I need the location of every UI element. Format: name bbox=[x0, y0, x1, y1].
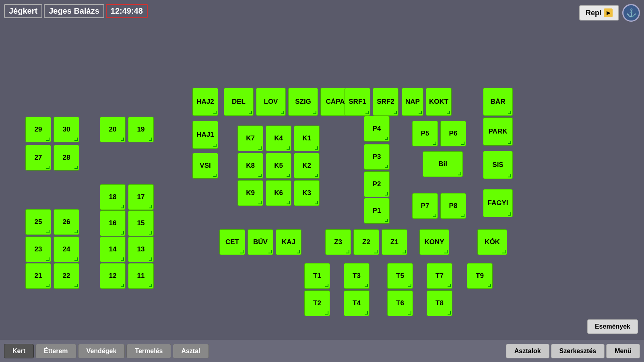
table-14[interactable]: 14 bbox=[100, 237, 126, 262]
table-del[interactable]: DEL bbox=[224, 88, 254, 116]
table-kokt[interactable]: KOKT bbox=[426, 88, 452, 116]
nav-etterem[interactable]: Étterem bbox=[35, 344, 76, 358]
nav-right-asztalok[interactable]: Asztalok bbox=[506, 344, 549, 358]
table-p5[interactable]: P5 bbox=[412, 121, 438, 146]
table-p6[interactable]: P6 bbox=[440, 121, 466, 146]
table-k8[interactable]: K8 bbox=[237, 153, 263, 179]
nav-termeles[interactable]: Termelés bbox=[126, 344, 171, 358]
table-t1[interactable]: T1 bbox=[304, 263, 330, 289]
table-kaj[interactable]: KAJ bbox=[276, 229, 301, 255]
table-22[interactable]: 22 bbox=[54, 263, 79, 289]
table-19[interactable]: 19 bbox=[128, 117, 154, 142]
table-bár[interactable]: BÁR bbox=[483, 88, 513, 116]
table-z1[interactable]: Z1 bbox=[382, 229, 407, 255]
table-k9[interactable]: K9 bbox=[237, 180, 263, 206]
table-t8[interactable]: T8 bbox=[427, 290, 452, 316]
table-k7[interactable]: K7 bbox=[237, 125, 263, 151]
table-15[interactable]: 15 bbox=[128, 210, 154, 236]
table-k3[interactable]: K3 bbox=[294, 180, 320, 206]
nav-kert[interactable]: Kert bbox=[4, 344, 34, 358]
table-park[interactable]: PARK bbox=[483, 117, 513, 146]
table-23[interactable]: 23 bbox=[25, 237, 51, 262]
user-avatar[interactable]: ⚓ bbox=[622, 4, 640, 22]
table-kony[interactable]: KONY bbox=[419, 229, 449, 255]
table-p1[interactable]: P1 bbox=[364, 198, 390, 224]
table-27[interactable]: 27 bbox=[25, 145, 51, 171]
table-t5[interactable]: T5 bbox=[387, 263, 413, 289]
repi-icon: ▶ bbox=[604, 8, 613, 17]
table-25[interactable]: 25 bbox=[25, 209, 51, 235]
nav-right-szerkesztes[interactable]: Szerkesztés bbox=[551, 344, 605, 358]
table-búv[interactable]: BÚV bbox=[248, 229, 273, 255]
table-srf2[interactable]: SRF2 bbox=[373, 88, 398, 116]
table-29[interactable]: 29 bbox=[25, 117, 51, 142]
top-right-controls: Repi ▶ ⚓ bbox=[579, 4, 640, 22]
floor-plan: 2930201927281817252616152324141321221211… bbox=[0, 28, 644, 338]
table-z3[interactable]: Z3 bbox=[325, 229, 351, 255]
nav-right-menu[interactable]: Menü bbox=[606, 344, 640, 358]
table-p8[interactable]: P8 bbox=[440, 193, 466, 219]
table-haj1[interactable]: HAJ1 bbox=[192, 121, 218, 149]
table-p2[interactable]: P2 bbox=[364, 171, 390, 197]
table-srf1[interactable]: SRF1 bbox=[345, 88, 370, 116]
table-t2[interactable]: T2 bbox=[304, 290, 330, 316]
table-12[interactable]: 12 bbox=[100, 263, 126, 289]
table-17[interactable]: 17 bbox=[128, 184, 154, 210]
events-button[interactable]: Események bbox=[587, 319, 638, 334]
table-k2[interactable]: K2 bbox=[294, 153, 320, 179]
nav-vendegek[interactable]: Vendégek bbox=[78, 344, 125, 358]
table-13[interactable]: 13 bbox=[128, 237, 154, 262]
table-cet[interactable]: CET bbox=[219, 229, 245, 255]
bottom-navigation: KertÉtteremVendégekTermelésAsztalAsztalo… bbox=[0, 340, 644, 362]
table-nap[interactable]: NAP bbox=[402, 88, 423, 116]
table-p3[interactable]: P3 bbox=[364, 144, 390, 170]
table-z2[interactable]: Z2 bbox=[353, 229, 379, 255]
table-t3[interactable]: T3 bbox=[344, 263, 369, 289]
table-bil[interactable]: Bil bbox=[423, 151, 463, 177]
table-k6[interactable]: K6 bbox=[266, 180, 291, 206]
table-p4[interactable]: P4 bbox=[364, 116, 390, 142]
table-24[interactable]: 24 bbox=[54, 237, 79, 262]
table-haj2[interactable]: HAJ2 bbox=[192, 88, 218, 116]
table-t9[interactable]: T9 bbox=[467, 263, 493, 289]
table-t6[interactable]: T6 bbox=[387, 290, 413, 316]
table-k5[interactable]: K5 bbox=[266, 153, 291, 179]
table-k4[interactable]: K4 bbox=[266, 125, 291, 151]
table-k1[interactable]: K1 bbox=[294, 125, 320, 151]
table-21[interactable]: 21 bbox=[25, 263, 51, 289]
table-t7[interactable]: T7 bbox=[427, 263, 452, 289]
table-18[interactable]: 18 bbox=[100, 184, 126, 210]
table-lov[interactable]: LOV bbox=[256, 88, 286, 116]
table-16[interactable]: 16 bbox=[100, 210, 126, 236]
table-szig[interactable]: SZIG bbox=[288, 88, 318, 116]
table-28[interactable]: 28 bbox=[54, 145, 79, 171]
table-kók[interactable]: KÓK bbox=[477, 229, 507, 255]
table-26[interactable]: 26 bbox=[54, 209, 79, 235]
table-vsi[interactable]: VSI bbox=[192, 153, 218, 179]
nav-asztal[interactable]: Asztal bbox=[173, 344, 208, 358]
user-badge: Jeges Balázs bbox=[44, 4, 104, 18]
venue-badge: Jégkert bbox=[4, 4, 42, 18]
table-20[interactable]: 20 bbox=[100, 117, 126, 142]
repi-button[interactable]: Repi ▶ bbox=[579, 5, 619, 21]
table-p7[interactable]: P7 bbox=[412, 193, 438, 219]
header: Jégkert Jeges Balázs 12:49:48 bbox=[4, 4, 148, 18]
table-11[interactable]: 11 bbox=[128, 263, 154, 289]
table-fagyi[interactable]: FAGYI bbox=[483, 189, 513, 217]
repi-label: Repi bbox=[586, 9, 601, 17]
table-sis[interactable]: SIS bbox=[483, 151, 513, 179]
time-badge: 12:49:48 bbox=[106, 4, 148, 18]
table-30[interactable]: 30 bbox=[54, 117, 79, 142]
table-t4[interactable]: T4 bbox=[344, 290, 369, 316]
